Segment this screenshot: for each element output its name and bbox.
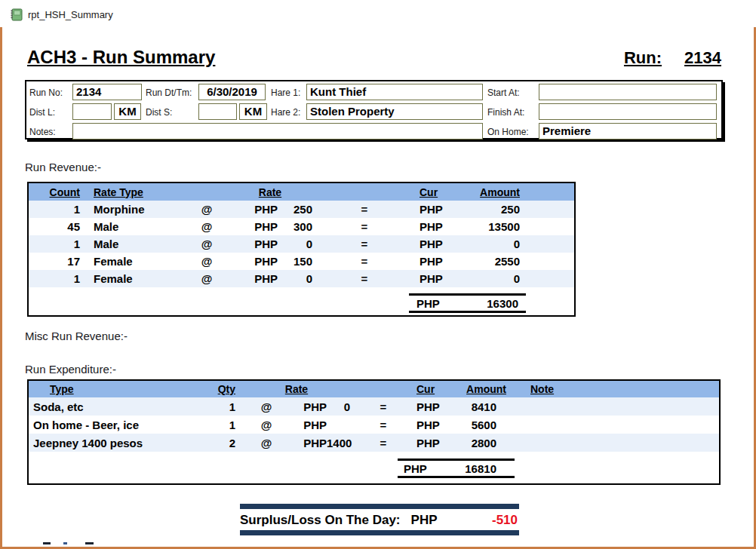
col-header-qty: Qty — [191, 383, 240, 395]
col-header-rate: Rate — [240, 383, 353, 395]
run-revenue-total: PHP 16300 — [409, 293, 526, 313]
cell-at: @ — [189, 255, 225, 268]
table-row: 45 Male @ PHP 300 = PHP 13500 — [29, 218, 574, 235]
run-label: Run: — [624, 48, 662, 68]
cell-qty: 1 — [191, 419, 240, 431]
cell-rate: 150 — [278, 255, 315, 268]
col-header-type: Type — [29, 383, 191, 395]
cell-qty: 2 — [191, 437, 240, 449]
dist-s-label: Dist S: — [146, 107, 172, 118]
surplus-line: Surplus/Loss On The Day: PHP -510 — [240, 511, 519, 529]
cell-rate: 0 — [278, 238, 315, 250]
table-row: Soda, etc 1 @ PHP 0 = PHP 8410 — [29, 397, 719, 416]
cell-amount: 8410 — [463, 400, 508, 413]
cell-at: @ — [189, 220, 225, 233]
run-expenditure-total: PHP 16810 — [398, 459, 515, 478]
cell-amount: 5600 — [463, 419, 508, 431]
cell-eq: = — [353, 437, 413, 449]
cell-at: @ — [189, 238, 225, 250]
run-number: 2134 — [684, 48, 721, 68]
page-title: ACH3 - Run Summary — [27, 47, 215, 68]
total-amount: 16300 — [487, 297, 518, 310]
col-header-note: Note — [508, 383, 719, 395]
run-dt-field[interactable]: 6/30/2019 — [198, 84, 266, 100]
hare1-label: Hare 1: — [271, 87, 300, 98]
cell-eq: = — [353, 400, 413, 413]
run-no-field[interactable]: 2134 — [72, 84, 142, 100]
finish-at-field[interactable] — [539, 103, 717, 120]
cell-amount: 2800 — [463, 437, 508, 449]
cell-at: @ — [240, 419, 293, 431]
cell-cur2: PHP — [413, 437, 463, 449]
cell-cur2: PHP — [413, 220, 466, 233]
cell-cur1: PHP — [225, 272, 278, 285]
hare2-label: Hare 2: — [271, 107, 300, 118]
table-header-row: Type Qty Rate Cur Amount Note — [29, 381, 719, 397]
cell-cur2: PHP — [413, 419, 463, 431]
run-expenditure-section-label: Run Expenditure:- — [25, 363, 116, 376]
cell-count: 1 — [29, 203, 83, 216]
surplus-label: Surplus/Loss On The Day: — [240, 513, 401, 528]
total-cur: PHP — [416, 297, 440, 310]
cell-eq: = — [315, 203, 413, 216]
on-home-label: On Home: — [487, 127, 529, 137]
start-at-field[interactable] — [539, 84, 717, 100]
misc-run-revenue-section-label: Misc Run Revenue:- — [25, 330, 128, 342]
cell-cur1: PHP — [293, 437, 327, 449]
cell-eq: = — [315, 255, 413, 268]
cell-eq: = — [353, 419, 413, 431]
cell-cur1: PHP — [293, 400, 327, 413]
cell-cur2: PHP — [413, 400, 463, 413]
run-revenue-table: Count Rate Type Rate Cur Amount 1 Morphi… — [27, 182, 576, 317]
dist-l-unit: KM — [114, 103, 141, 120]
table-row: 1 Male @ PHP 0 = PHP 0 — [29, 235, 574, 253]
cell-cur2: PHP — [413, 272, 466, 285]
dist-s-unit: KM — [239, 103, 267, 120]
surplus-top-bar — [240, 504, 519, 509]
col-header-cur: Cur — [413, 383, 463, 395]
cell-amount: 250 — [466, 203, 523, 216]
table-row: Jeepney 1400 pesos 2 @ PHP 1400 = PHP 28… — [29, 434, 719, 452]
total-cur: PHP — [404, 462, 427, 475]
cell-rate: 1400 — [327, 437, 353, 449]
cell-at: @ — [240, 437, 293, 449]
surplus-bottom-bar — [240, 530, 519, 535]
notes-field[interactable] — [72, 123, 483, 140]
cell-rate-type: Male — [83, 220, 189, 233]
run-details-panel: Run No: 2134 Run Dt/Tm: 6/30/2019 Hare 1… — [25, 80, 723, 140]
dist-l-label: Dist L: — [29, 107, 55, 118]
cell-type: Soda, etc — [29, 400, 191, 413]
cell-qty: 1 — [191, 400, 240, 413]
hare2-field[interactable]: Stolen Property — [306, 103, 483, 120]
cell-amount: 2550 — [466, 255, 523, 268]
col-header-amount: Amount — [466, 186, 523, 198]
cell-count: 1 — [29, 238, 83, 250]
cell-type: Jeepney 1400 pesos — [29, 437, 191, 449]
cutoff-text-fragment — [85, 542, 94, 544]
dist-l-field[interactable] — [72, 103, 112, 120]
cell-eq: = — [315, 238, 413, 250]
table-row: 17 Female @ PHP 150 = PHP 2550 — [29, 253, 574, 270]
cell-cur2: PHP — [413, 238, 466, 250]
cell-rate-type: Female — [83, 255, 189, 268]
cell-rate-type: Female — [83, 272, 189, 285]
on-home-field[interactable]: Premiere — [539, 123, 717, 140]
cell-cur1: PHP — [225, 203, 278, 216]
cell-amount: 13500 — [466, 220, 523, 233]
col-header-amount: Amount — [463, 383, 508, 395]
start-at-label: Start At: — [487, 87, 520, 98]
run-revenue-section-label: Run Revenue:- — [25, 161, 101, 173]
hare1-field[interactable]: Kunt Thief — [306, 84, 483, 100]
window-titlebar: rpt_HSH_Summary — [0, 0, 756, 27]
dist-s-field[interactable] — [198, 103, 237, 120]
cell-at: @ — [240, 400, 293, 413]
cutoff-text-fragment — [43, 542, 51, 544]
report-icon — [10, 8, 23, 21]
col-header-count: Count — [29, 186, 83, 198]
cell-rate: 250 — [278, 203, 315, 216]
cell-count: 45 — [29, 220, 83, 233]
run-dt-label: Run Dt/Tm: — [146, 87, 192, 98]
cell-cur1: PHP — [225, 255, 278, 268]
cell-eq: = — [315, 272, 413, 285]
cell-cur1: PHP — [225, 238, 278, 250]
